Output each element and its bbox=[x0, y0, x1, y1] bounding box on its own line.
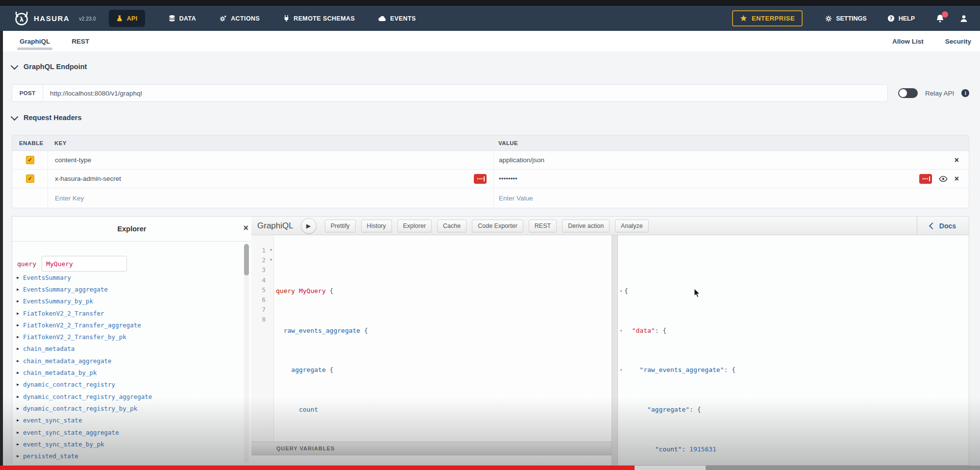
triangle-right-icon[interactable]: ▶ bbox=[17, 323, 21, 327]
explorer-field-item[interactable]: ▶ FiatTokenV2_2_Transfer bbox=[17, 307, 239, 319]
triangle-right-icon[interactable]: ▶ bbox=[17, 359, 21, 363]
explorer-field-item[interactable]: ▶ persisted_state_aggregate bbox=[17, 462, 239, 466]
triangle-right-icon[interactable]: ▶ bbox=[17, 406, 21, 411]
nav-item-actions[interactable]: ACTIONS bbox=[220, 15, 260, 22]
tab-allow-list[interactable]: Allow List bbox=[892, 31, 924, 51]
toolbar-button[interactable]: Prettify bbox=[325, 220, 356, 232]
nav-item-remote-schemas[interactable]: REMOTE SCHEMAS bbox=[283, 15, 355, 22]
request-headers-title: Request Headers bbox=[24, 114, 81, 122]
video-progress-bar[interactable] bbox=[0, 466, 980, 470]
user-menu-button[interactable] bbox=[959, 14, 968, 23]
explorer-field-item[interactable]: ▶ chain_metadata_by_pk bbox=[17, 367, 239, 378]
fold-arrow-icon[interactable]: ▾ bbox=[619, 288, 622, 294]
password-manager-icon[interactable]: ••• bbox=[474, 174, 487, 184]
toolbar-button[interactable]: Code Exporter bbox=[472, 220, 523, 232]
remove-header-icon[interactable]: × bbox=[955, 175, 959, 183]
fold-arrow-icon[interactable]: ▾ bbox=[619, 328, 622, 333]
key-cell[interactable]: content-type bbox=[48, 151, 493, 169]
explorer-scrollbar-thumb[interactable] bbox=[244, 244, 249, 275]
fold-arrow-icon[interactable]: ▾ bbox=[619, 367, 622, 372]
triangle-right-icon[interactable]: ▶ bbox=[17, 454, 21, 458]
triangle-right-icon[interactable]: ▶ bbox=[17, 442, 21, 446]
triangle-right-icon[interactable]: ▶ bbox=[17, 287, 21, 292]
value-actions: ••• × bbox=[919, 174, 959, 184]
nav-item-api[interactable]: API bbox=[109, 10, 145, 27]
tab-rest[interactable]: REST bbox=[72, 31, 89, 51]
col-key: KEY bbox=[48, 140, 493, 146]
chevron-down-icon[interactable] bbox=[11, 113, 19, 121]
enterprise-button[interactable]: ENTERPRISE bbox=[732, 10, 803, 26]
explorer-scrollbar-track[interactable] bbox=[244, 243, 249, 463]
remove-header-icon[interactable]: × bbox=[955, 156, 959, 164]
query-variables-bar[interactable]: QUERY VARIABLES bbox=[251, 442, 612, 455]
header-enable-checkbox[interactable]: ✓ bbox=[26, 156, 34, 164]
tab-graphiql[interactable]: GraphiQL bbox=[20, 31, 50, 51]
hasura-logo[interactable]: λ HASURA v2.23.0 bbox=[14, 11, 96, 26]
close-icon[interactable]: × bbox=[243, 223, 248, 232]
explorer-field-item[interactable]: ▶ dynamic_contract_registry_by_pk bbox=[17, 402, 239, 414]
value-cell[interactable]: application/json × bbox=[493, 151, 969, 169]
explorer-field-item[interactable]: ▶ event_sync_state bbox=[17, 415, 239, 426]
toolbar-button[interactable]: History bbox=[361, 220, 392, 232]
toolbar-button[interactable]: REST bbox=[529, 220, 557, 232]
response-pane[interactable]: ▾{ ▾ "data": { ▾ "raw_events_aggregate":… bbox=[618, 235, 969, 465]
relay-api-toggle[interactable] bbox=[898, 88, 918, 98]
enter-value-placeholder[interactable]: Enter Value bbox=[493, 188, 969, 208]
graphiql-toolbar: GraphiQL ▶ Prettify History Explorer Cac… bbox=[251, 217, 969, 235]
explorer-field-item[interactable]: ▶ dynamic_contract_registry bbox=[17, 379, 239, 391]
nav-item-events[interactable]: EVENTS bbox=[378, 15, 416, 22]
toolbar-button[interactable]: Derive action bbox=[562, 220, 610, 232]
docs-button[interactable]: Docs bbox=[917, 217, 969, 235]
explorer-field-item[interactable]: ▶ dynamic_contract_registry_aggregate bbox=[17, 391, 239, 402]
notifications-button[interactable] bbox=[935, 14, 945, 23]
explorer-field-item[interactable]: ▶ chain_metadata_aggregate bbox=[17, 355, 239, 367]
explorer-field-item[interactable]: ▶ persisted_state bbox=[17, 450, 239, 462]
triangle-right-icon[interactable]: ▶ bbox=[17, 418, 21, 422]
explorer-field-item[interactable]: ▶ event_sync_state_aggregate bbox=[17, 426, 239, 438]
triangle-right-icon[interactable]: ▶ bbox=[17, 299, 21, 303]
password-manager-icon[interactable]: ••• bbox=[919, 174, 932, 184]
toolbar-button[interactable]: Explorer bbox=[397, 220, 432, 232]
fold-arrow-icon[interactable]: ▾ bbox=[270, 247, 272, 252]
explorer-field-item[interactable]: ▶ FiatTokenV2_2_Transfer_by_pk bbox=[17, 331, 239, 343]
triangle-right-icon[interactable]: ▶ bbox=[17, 311, 21, 316]
line-number-gutter: 1▾ 2▾ 3 4 5 bbox=[251, 235, 274, 442]
explorer-field-item[interactable]: ▶ event_sync_state_by_pk bbox=[17, 438, 239, 450]
value-cell[interactable]: •••••••• ••• × bbox=[493, 170, 969, 188]
query-code[interactable]: query MyQuery { raw_events_aggregate { a… bbox=[274, 235, 612, 442]
explorer-field-item[interactable]: ▶ EventsSummary_aggregate bbox=[17, 283, 239, 295]
header-enable-checkbox[interactable]: ✓ bbox=[26, 174, 34, 183]
chevron-down-icon[interactable] bbox=[11, 62, 19, 70]
explorer-field-item[interactable]: ▶ EventsSummary bbox=[17, 272, 239, 283]
triangle-right-icon[interactable]: ▶ bbox=[17, 346, 21, 351]
execute-query-button[interactable]: ▶ bbox=[301, 218, 317, 234]
fold-arrow-icon[interactable]: ▾ bbox=[270, 257, 272, 262]
triangle-right-icon[interactable]: ▶ bbox=[17, 371, 21, 375]
explorer-field-item[interactable]: ▶ FiatTokenV2_2_Transfer_aggregate bbox=[17, 319, 239, 331]
endpoint-url-input[interactable] bbox=[43, 85, 887, 101]
toolbar-button[interactable]: Cache bbox=[437, 220, 466, 232]
nav-item-label: DATA bbox=[179, 15, 196, 22]
info-icon[interactable]: i bbox=[961, 89, 969, 97]
tab-security[interactable]: Security bbox=[945, 31, 971, 51]
enter-key-placeholder[interactable]: Enter Key bbox=[48, 188, 493, 208]
eye-icon[interactable] bbox=[939, 175, 948, 182]
triangle-right-icon[interactable]: ▶ bbox=[17, 382, 21, 387]
triangle-right-icon[interactable]: ▶ bbox=[17, 430, 21, 435]
pane-resize-handle[interactable] bbox=[612, 235, 618, 465]
explorer-field-label: dynamic_contract_registry bbox=[23, 381, 115, 388]
nav-item-label: ACTIONS bbox=[231, 15, 260, 22]
query-name-input[interactable] bbox=[42, 256, 127, 272]
explorer-field-item[interactable]: ▶ EventsSummary_by_pk bbox=[17, 296, 239, 307]
settings-button[interactable]: SETTINGS bbox=[825, 15, 867, 22]
triangle-right-icon[interactable]: ▶ bbox=[17, 395, 21, 399]
nav-item-data[interactable]: DATA bbox=[169, 15, 196, 22]
query-editor[interactable]: 1▾ 2▾ 3 4 5 bbox=[251, 235, 612, 442]
explorer-field-item[interactable]: ▶ chain_metadata bbox=[17, 343, 239, 355]
triangle-right-icon[interactable]: ▶ bbox=[17, 335, 21, 339]
toolbar-button[interactable]: Analyze bbox=[615, 220, 648, 232]
key-cell[interactable]: x-hasura-admin-secret ••• bbox=[48, 170, 493, 188]
line-number: 2▾ bbox=[251, 256, 273, 266]
help-button[interactable]: ? HELP bbox=[887, 15, 915, 22]
triangle-right-icon[interactable]: ▶ bbox=[17, 275, 21, 280]
